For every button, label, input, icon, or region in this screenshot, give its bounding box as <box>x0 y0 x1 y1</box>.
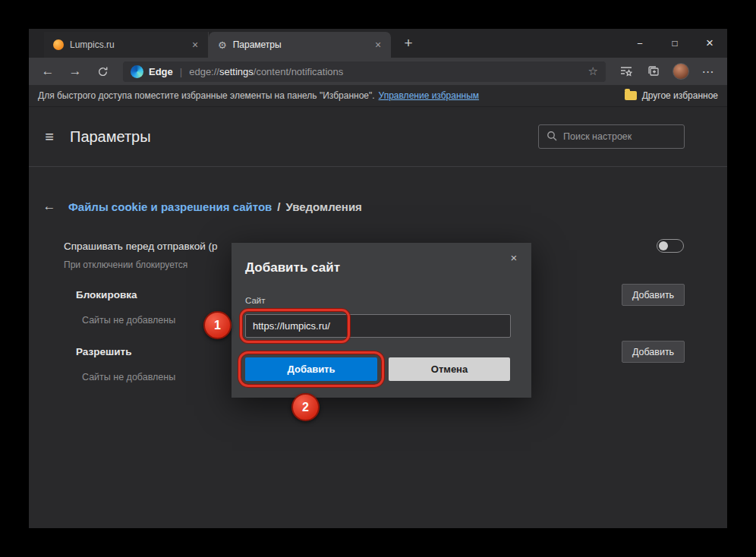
url-divider: | <box>180 66 182 77</box>
profile-avatar[interactable] <box>669 61 692 82</box>
settings-search-input[interactable] <box>563 131 676 142</box>
ask-before-sending-toggle[interactable] <box>657 239 684 253</box>
favorites-icon[interactable] <box>615 61 638 82</box>
minimize-button[interactable]: − <box>622 29 657 58</box>
favorites-bar: Для быстрого доступа поместите избранные… <box>29 85 727 107</box>
tab-settings[interactable]: ⚙ Параметры × <box>209 32 391 58</box>
dialog-close-icon[interactable]: × <box>506 250 521 265</box>
annotation-highlight-add-button <box>238 351 384 387</box>
site-field-label: Сайт <box>245 296 266 305</box>
manage-favorites-link[interactable]: Управление избранным <box>379 90 479 101</box>
tab-label: Параметры <box>233 39 365 50</box>
browser-toolbar: ← → Edge | edge://settings/content/notif… <box>29 58 727 85</box>
dialog-title: Добавить сайт <box>245 260 340 275</box>
settings-header: ≡ Параметры <box>29 107 727 166</box>
maximize-button[interactable]: □ <box>657 29 692 58</box>
url-text: edge://settings/content/notifications <box>189 66 343 77</box>
avatar-image <box>673 63 689 80</box>
edge-logo-icon <box>131 65 143 78</box>
window-controls: − □ × <box>622 29 727 58</box>
allow-section-heading: Разрешить <box>76 346 131 357</box>
lumpics-favicon-icon <box>53 39 64 50</box>
block-add-button[interactable]: Добавить <box>622 284 685 306</box>
gear-icon: ⚙ <box>218 40 227 50</box>
other-favorites-label: Другое избранное <box>642 90 718 101</box>
back-icon[interactable]: ← <box>36 61 59 82</box>
breadcrumb: ← Файлы cookie и разрешения сайтов/Уведо… <box>29 199 727 214</box>
screenshot-frame: Lumpics.ru × ⚙ Параметры × + − □ × ← → <box>0 0 756 557</box>
url-scheme: edge:// <box>189 66 219 77</box>
allow-add-button[interactable]: Добавить <box>622 341 685 363</box>
collections-icon[interactable] <box>642 61 665 82</box>
breadcrumb-separator: / <box>277 200 280 213</box>
url-host: settings <box>219 66 254 77</box>
folder-icon <box>625 91 637 100</box>
header-divider <box>29 166 727 167</box>
settings-search-box[interactable] <box>538 124 685 149</box>
hamburger-menu-icon[interactable]: ≡ <box>39 128 59 146</box>
annotation-step-1-badge: 1 <box>203 311 232 339</box>
close-window-button[interactable]: × <box>692 29 727 58</box>
favorites-notice-text: Для быстрого доступа поместите избранные… <box>38 90 375 101</box>
toggle-knob <box>659 241 668 250</box>
forward-icon[interactable]: → <box>64 61 87 82</box>
tab-lumpics[interactable]: Lumpics.ru × <box>44 32 209 58</box>
block-section-heading: Блокировка <box>76 289 137 301</box>
edge-label: Edge <box>149 66 173 77</box>
address-bar[interactable]: Edge | edge://settings/content/notificat… <box>123 61 606 82</box>
annotation-highlight-input <box>240 309 350 343</box>
other-favorites[interactable]: Другое избранное <box>625 90 718 101</box>
tab-strip: Lumpics.ru × ⚙ Параметры × + − □ × <box>29 29 727 58</box>
ask-before-sending-label: Спрашивать перед отправкой (р <box>64 241 218 252</box>
dialog-cancel-button[interactable]: Отмена <box>389 357 510 381</box>
breadcrumb-section-link[interactable]: Файлы cookie и разрешения сайтов <box>68 200 272 213</box>
new-tab-button[interactable]: + <box>398 33 418 53</box>
tab-close-icon[interactable]: × <box>371 38 385 52</box>
url-path: /content/notifications <box>254 66 344 77</box>
breadcrumb-back-icon[interactable]: ← <box>39 199 59 214</box>
annotation-step-2-badge: 2 <box>291 393 320 421</box>
browser-menu-icon[interactable]: ⋯ <box>697 61 720 82</box>
add-favorite-star-icon[interactable]: ☆ <box>588 65 598 78</box>
page-title: Параметры <box>70 128 151 146</box>
breadcrumb-current-page: Уведомления <box>285 200 361 213</box>
tab-label: Lumpics.ru <box>70 39 182 50</box>
search-icon <box>547 131 557 143</box>
tab-close-icon[interactable]: × <box>188 38 202 52</box>
breadcrumb-text: Файлы cookie и разрешения сайтов/Уведомл… <box>68 200 362 213</box>
reload-icon[interactable] <box>91 61 114 82</box>
